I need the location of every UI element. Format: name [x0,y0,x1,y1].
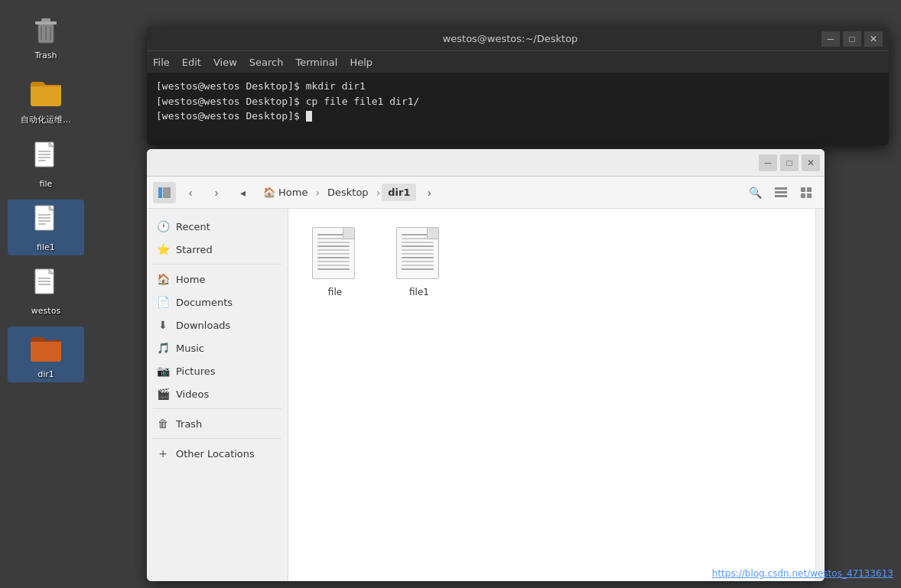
terminal-minimize-button[interactable]: ─ [821,31,840,47]
automation-label: 自动化运维... [21,114,71,125]
sidebar-item-downloads[interactable]: ⬇ Downloads [147,313,288,336]
list-view-icon [775,187,787,198]
breadcrumb-dir1[interactable]: dir1 [382,184,416,201]
sidebar-item-home[interactable]: 🏠 Home [147,268,288,291]
desktop-icons-area: Trash 自动化运维... file [0,0,92,588]
desktop-icon-dir1[interactable]: dir1 [8,326,84,382]
fm-search-button[interactable]: 🔍 [743,182,766,203]
svg-rect-29 [807,187,812,192]
fm-close-button[interactable]: ✕ [802,154,820,171]
terminal-cursor [306,111,312,122]
desktop-icon-trash[interactable]: Trash [8,8,84,63]
file-icon [28,139,64,176]
file1-paper [396,227,439,279]
automation-folder-icon [28,74,64,111]
desktop-icon-automation[interactable]: 自动化运维... [8,71,84,128]
desktop-icon-file[interactable]: file [8,136,84,192]
terminal-title: westos@westos:~/Desktop [199,33,821,44]
file1-icon [28,203,64,239]
breadcrumb-desktop[interactable]: Desktop [321,184,375,201]
home-sidebar-icon: 🏠 [156,273,170,285]
fm-body: 🕐 Recent ⭐ Starred 🏠 Home 📄 Documents [147,209,825,581]
svg-rect-31 [807,193,812,198]
terminal-menu-help[interactable]: Help [350,57,372,68]
terminal-titlebar: westos@westos:~/Desktop ─ □ ✕ [147,27,889,51]
other-locations-icon: + [156,447,170,460]
fm-back-button[interactable]: ‹ [179,182,202,203]
terminal-content[interactable]: [westos@westos Desktop]$ mkdir dir1 [wes… [147,73,889,145]
dir1-icon [28,330,64,366]
terminal-menu-file[interactable]: File [153,57,170,68]
breadcrumb-sep-2: › [376,187,381,199]
sidebar-item-other-locations[interactable]: + Other Locations [147,442,288,465]
terminal-menu-terminal[interactable]: Terminal [295,57,337,68]
file1-file-icon [396,227,442,282]
fm-scrollbar[interactable] [815,209,825,581]
documents-icon: 📄 [156,296,170,308]
file1-filename: file1 [409,287,429,297]
svg-rect-23 [158,187,162,198]
recent-icon: 🕐 [156,220,170,232]
pictures-icon: 📷 [156,365,170,377]
svg-rect-28 [801,187,805,192]
fm-minimize-button[interactable]: ─ [759,154,777,171]
sidebar-item-trash[interactable]: 🗑 Trash [147,412,288,435]
sidebar-divider-2 [153,408,281,409]
terminal-controls: ─ □ ✕ [821,31,883,47]
file-label: file [40,179,53,189]
sidebar-item-music[interactable]: 🎵 Music [147,336,288,359]
trash-sidebar-icon: 🗑 [156,417,170,430]
file-filename: file [328,287,342,297]
music-icon: 🎵 [156,342,170,354]
svg-rect-2 [41,18,50,21]
fm-titlebar: ─ □ ✕ [147,149,825,177]
fm-forward-button[interactable]: › [205,182,228,203]
home-icon: 🏠 [263,187,275,198]
sidebar-toggle-icon [158,187,171,198]
terminal-maximize-button[interactable]: □ [843,31,861,47]
file-file-icon [312,227,358,282]
svg-rect-25 [775,187,787,190]
bottom-link[interactable]: https://blog.csdn.net/westos_47133613 [712,568,893,579]
desktop-icon-westos[interactable]: westos [8,263,84,319]
terminal-close-button[interactable]: ✕ [864,31,883,47]
terminal-menu-edit[interactable]: Edit [182,57,201,68]
terminal-menu-search[interactable]: Search [249,57,284,68]
fm-list-view-button[interactable] [769,182,792,203]
fm-sidebar-toggle-button[interactable] [153,182,176,203]
fm-main-content[interactable]: file [288,209,815,581]
fm-breadcrumb-back-button[interactable]: ◂ [231,182,254,203]
desktop-icon-file1[interactable]: file1 [8,200,84,255]
grid-view-icon [801,187,813,198]
starred-icon: ⭐ [156,243,170,255]
file1-label: file1 [37,242,55,252]
file-item-file1[interactable]: file1 [385,221,454,304]
svg-rect-26 [775,191,787,193]
fm-toolbar: ‹ › ◂ 🏠 Home › Desktop › dir1 › [147,177,825,209]
fm-breadcrumb-more-button[interactable]: › [418,182,441,203]
terminal-line-1: [westos@westos Desktop]$ mkdir dir1 [156,79,880,94]
sidebar-item-recent[interactable]: 🕐 Recent [147,215,288,238]
fm-maximize-button[interactable]: □ [780,154,799,171]
breadcrumb-home[interactable]: 🏠 Home [257,184,314,201]
terminal-menu-view[interactable]: View [213,57,237,68]
trash-icon [28,11,64,47]
breadcrumb-sep-1: › [315,187,320,199]
file-item-file[interactable]: file [301,221,369,304]
sidebar-item-starred[interactable]: ⭐ Starred [147,238,288,261]
fm-grid-view-button[interactable] [795,182,818,203]
dir1-label: dir1 [37,369,54,379]
sidebar-item-videos[interactable]: 🎬 Videos [147,382,288,405]
sidebar-item-documents[interactable]: 📄 Documents [147,291,288,313]
trash-label: Trash [34,50,57,60]
terminal-menubar: File Edit View Search Terminal Help [147,51,889,73]
terminal-line-3: [westos@westos Desktop]$ [156,109,880,124]
desktop: Trash 自动化运维... file [0,0,901,588]
fm-files-grid: file [301,221,803,304]
terminal-line-2: [westos@westos Desktop]$ cp file file1 d… [156,94,880,109]
file-paper [312,227,355,279]
westos-icon [28,266,64,303]
sidebar-item-pictures[interactable]: 📷 Pictures [147,359,288,382]
westos-label: westos [31,306,60,316]
sidebar-divider-3 [153,438,281,439]
